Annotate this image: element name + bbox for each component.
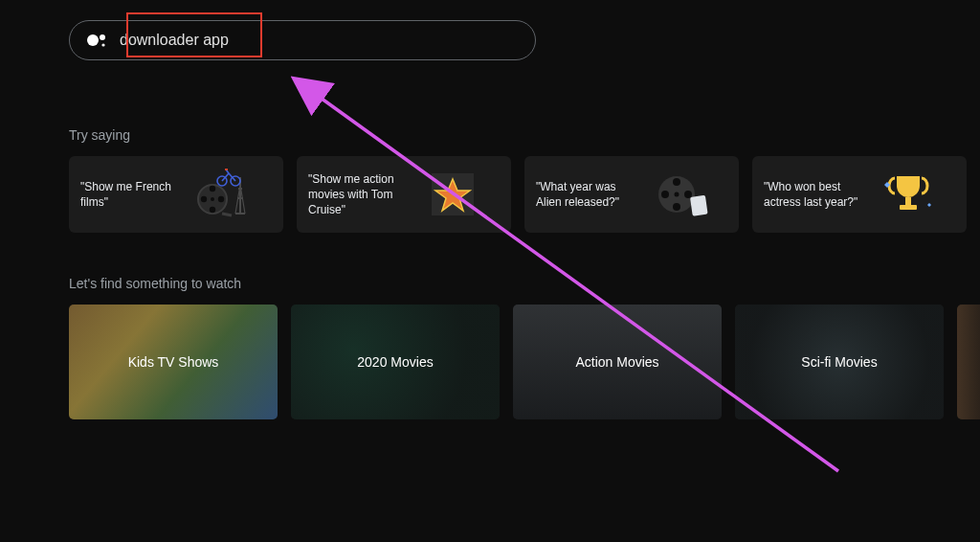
suggestion-text: "Show me French films" (80, 179, 184, 210)
svg-point-17 (673, 203, 680, 211)
svg-rect-19 (690, 195, 708, 216)
annotation-arrow (0, 0, 980, 542)
svg-point-16 (684, 191, 692, 198)
svg-point-14 (673, 178, 680, 186)
svg-point-7 (210, 207, 215, 213)
category-action-movies[interactable]: Action Movies (513, 305, 722, 419)
suggestion-card-french-films[interactable]: "Show me French films" (69, 156, 283, 233)
star-icon (421, 167, 484, 222)
svg-point-4 (210, 186, 215, 192)
category-partial[interactable] (957, 305, 980, 419)
svg-point-8 (211, 197, 214, 201)
svg-rect-20 (905, 197, 911, 205)
watch-row: Kids TV Shows 2020 Movies Action Movies … (69, 305, 980, 419)
suggestion-text: "Who won best actress last year?" (764, 179, 867, 210)
suggestion-card-actress[interactable]: "Who won best actress last year?" (752, 156, 967, 233)
svg-point-2 (101, 43, 104, 46)
category-thumbnail (957, 305, 980, 419)
suggestion-text: "What year was Alien released?" (536, 179, 639, 210)
film-reel-eiffel-icon (193, 167, 256, 222)
category-label: Sci-fi Movies (801, 354, 877, 370)
svg-point-15 (661, 191, 669, 198)
svg-point-1 (100, 34, 105, 40)
category-label: Action Movies (575, 354, 658, 370)
category-kids-tv-shows[interactable]: Kids TV Shows (69, 305, 278, 419)
trophy-icon (877, 167, 940, 222)
svg-point-5 (201, 196, 207, 202)
suggestion-text: "Show me action movies with Tom Cruise" (308, 171, 412, 218)
film-reel-icon (649, 167, 712, 222)
svg-rect-21 (900, 205, 917, 210)
suggestion-card-tom-cruise[interactable]: "Show me action movies with Tom Cruise" (297, 156, 511, 233)
annotation-highlight-box (126, 12, 262, 57)
svg-point-18 (675, 192, 679, 197)
assistant-icon (85, 31, 108, 50)
category-scifi-movies[interactable]: Sci-fi Movies (735, 305, 944, 419)
try-saying-section: Try saying "Show me French films" (69, 127, 980, 233)
category-label: Kids TV Shows (128, 354, 219, 370)
watch-title: Let's find something to watch (69, 276, 980, 291)
watch-section: Let's find something to watch Kids TV Sh… (69, 276, 980, 419)
svg-point-0 (87, 34, 99, 46)
category-2020-movies[interactable]: 2020 Movies (291, 305, 500, 419)
svg-point-6 (218, 196, 224, 202)
suggestion-card-alien[interactable]: "What year was Alien released?" (524, 156, 739, 233)
try-saying-row: "Show me French films" (69, 156, 980, 233)
category-label: 2020 Movies (357, 354, 433, 370)
try-saying-title: Try saying (69, 127, 980, 143)
